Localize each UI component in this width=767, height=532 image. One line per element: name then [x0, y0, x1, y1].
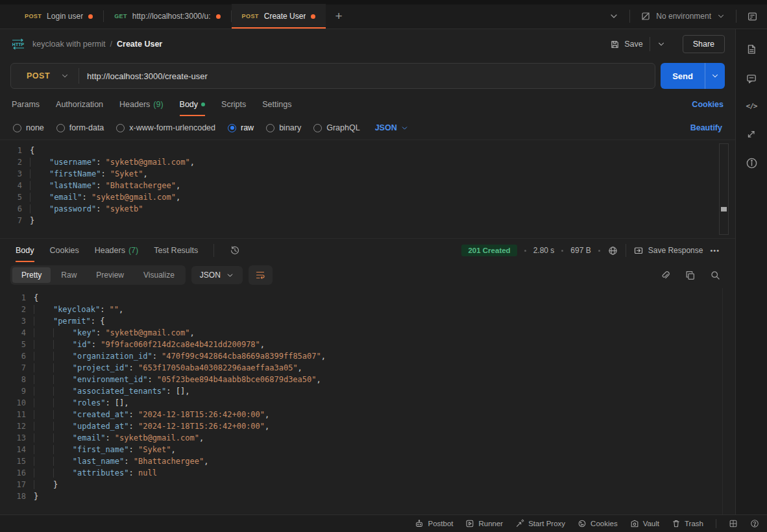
- beautify-link[interactable]: Beautify: [690, 123, 722, 132]
- view-tab-pretty[interactable]: Pretty: [12, 267, 51, 283]
- tab-headers[interactable]: Headers(9): [119, 93, 164, 116]
- save-options-chevron-icon[interactable]: [650, 37, 671, 51]
- breadcrumb-collection[interactable]: keycloak with permit: [32, 40, 106, 49]
- tab-settings[interactable]: Settings: [262, 93, 291, 116]
- tab-params[interactable]: Params: [12, 93, 40, 116]
- view-tab-preview[interactable]: Preview: [87, 267, 133, 283]
- runner-button[interactable]: Runner: [465, 519, 503, 528]
- start-proxy-button[interactable]: Start Proxy: [515, 519, 565, 528]
- body-mode-raw[interactable]: raw: [228, 123, 254, 132]
- send-button[interactable]: Send: [661, 63, 705, 89]
- body-language-select[interactable]: JSON: [375, 123, 409, 132]
- trash-button[interactable]: Trash: [672, 519, 703, 528]
- search-icon[interactable]: [710, 270, 721, 281]
- new-tab-button[interactable]: +: [326, 4, 351, 29]
- comments-icon[interactable]: [746, 73, 757, 84]
- body-mode-label: raw: [241, 123, 254, 132]
- statusbar-right: Postbot Runner Start Proxy Cookies Vault…: [415, 519, 759, 528]
- panel-grid-icon[interactable]: [729, 519, 738, 528]
- line-content: "username": "syketb@gmail.com",: [30, 156, 195, 168]
- request-body-editor[interactable]: 1{2 "username": "syketb@gmail.com",3 "fi…: [0, 139, 735, 238]
- body-mode-binary[interactable]: binary: [266, 123, 301, 132]
- response-history-icon[interactable]: [230, 245, 240, 256]
- no-environment-icon: [640, 11, 651, 21]
- body-mode-radios: noneform-datax-www-form-urlencodedrawbin…: [13, 123, 360, 132]
- share-button[interactable]: Share: [683, 35, 725, 53]
- vault-button[interactable]: Vault: [630, 519, 659, 528]
- cookies-button[interactable]: Cookies: [578, 519, 618, 528]
- network-globe-icon[interactable]: [607, 245, 618, 256]
- http-request-icon: HTTP: [10, 38, 26, 50]
- tab-label: Scripts: [221, 100, 246, 109]
- request-tab-create-user[interactable]: POST Create User: [232, 4, 326, 29]
- view-tab-raw[interactable]: Raw: [52, 267, 86, 283]
- environment-quick-look-icon[interactable]: [747, 11, 758, 22]
- line-content: "id": "9f9fac060f214d2ca8e4b421dd200978"…: [34, 339, 265, 350]
- code-line-7: 7 "project_id": "653f17050aba403082296aa…: [0, 362, 735, 374]
- code-line-4: 4 "key": "syketb@gmail.com",: [0, 327, 735, 339]
- line-content: "keycloak": "",: [34, 304, 123, 315]
- code-line-4: 4 "lastName": "Bhattachergee",: [0, 180, 735, 191]
- url-input[interactable]: [87, 71, 655, 81]
- body-mode-GraphQL[interactable]: GraphQL: [313, 123, 359, 132]
- body-mode-row: noneform-datax-www-form-urlencodedrawbin…: [0, 116, 735, 139]
- line-content: "lastName": "Bhattachergee",: [30, 180, 180, 191]
- line-number: 7: [0, 215, 30, 226]
- body-mode-form-data[interactable]: form-data: [56, 123, 104, 132]
- wrap-lines-button[interactable]: [249, 265, 273, 285]
- documentation-icon[interactable]: [746, 43, 757, 55]
- sync-changes-icon[interactable]: [746, 128, 757, 139]
- request-tab-login-user[interactable]: POST Login user: [14, 4, 103, 29]
- editor-scrollbar[interactable]: [719, 143, 729, 235]
- tab-body[interactable]: Body: [180, 93, 206, 116]
- code-snippet-icon[interactable]: </>: [746, 102, 757, 110]
- unsaved-dot-icon: [216, 14, 221, 19]
- request-tab-get-users[interactable]: GET http://localhost:3000/u:: [104, 4, 230, 29]
- response-tab-test-results[interactable]: Test Results: [154, 239, 198, 262]
- method-chevron-icon[interactable]: [60, 71, 69, 80]
- body-modified-dot-icon: [201, 103, 205, 106]
- tab-authorization[interactable]: Authorization: [56, 93, 103, 116]
- view-tab-visualize[interactable]: Visualize: [134, 267, 184, 283]
- line-number: 12: [0, 420, 34, 432]
- response-size: 697 B: [570, 246, 590, 255]
- body-mode-x-www-form-urlencoded[interactable]: x-www-form-urlencoded: [116, 123, 215, 132]
- response-tab-headers[interactable]: Headers(7): [95, 239, 139, 262]
- code-line-2: 2 "username": "syketb@gmail.com",: [0, 156, 735, 168]
- tab-overflow-chevron-icon[interactable]: [609, 11, 619, 21]
- line-number: 16: [0, 467, 34, 479]
- send-options-chevron-icon[interactable]: [705, 63, 725, 89]
- response-toolbar: Pretty Raw Preview Visualize JSON: [0, 262, 735, 288]
- trash-label: Trash: [685, 520, 703, 527]
- copy-icon[interactable]: [685, 270, 696, 281]
- postbot-button[interactable]: Postbot: [415, 519, 453, 528]
- response-tab-cookies[interactable]: Cookies: [50, 239, 79, 262]
- body-mode-none[interactable]: none: [13, 123, 44, 132]
- more-options-icon[interactable]: •••: [710, 247, 720, 254]
- divider: [213, 244, 214, 257]
- environment-selector[interactable]: No environment: [640, 11, 725, 21]
- save-response-button[interactable]: Save Response: [633, 245, 703, 256]
- line-number: 4: [0, 180, 30, 191]
- line-content: "permit": {: [34, 315, 104, 327]
- divider: [626, 244, 626, 257]
- body-mode-label: binary: [279, 123, 301, 132]
- scrollbar-thumb[interactable]: [721, 207, 727, 212]
- help-icon[interactable]: [750, 519, 759, 528]
- cookies-link[interactable]: Cookies: [692, 100, 724, 109]
- request-body-editor-lines: 1{2 "username": "syketb@gmail.com",3 "fi…: [0, 145, 735, 226]
- breadcrumb: HTTP keycloak with permit / Create User …: [0, 29, 735, 59]
- info-icon[interactable]: [746, 157, 758, 169]
- method-selector[interactable]: POST: [11, 71, 60, 80]
- meta-separator: [524, 250, 526, 252]
- response-tab-body[interactable]: Body: [16, 239, 34, 262]
- unsaved-dot-icon: [311, 14, 315, 19]
- line-content: "project_id": "653f17050aba403082296aaef…: [34, 362, 302, 374]
- link-paperclip-icon[interactable]: [659, 270, 670, 281]
- line-content: "organization_id": "470f99c942864cba8669…: [34, 350, 326, 362]
- response-language-select[interactable]: JSON: [191, 266, 243, 284]
- save-button[interactable]: Save: [610, 40, 650, 49]
- code-line-11: 11 "created_at": "2024-12-18T15:26:42+00…: [0, 409, 735, 420]
- tab-scripts[interactable]: Scripts: [221, 93, 246, 116]
- response-body-viewer[interactable]: 1{2 "keycloak": "",3 "permit": {4 "key":…: [0, 288, 735, 514]
